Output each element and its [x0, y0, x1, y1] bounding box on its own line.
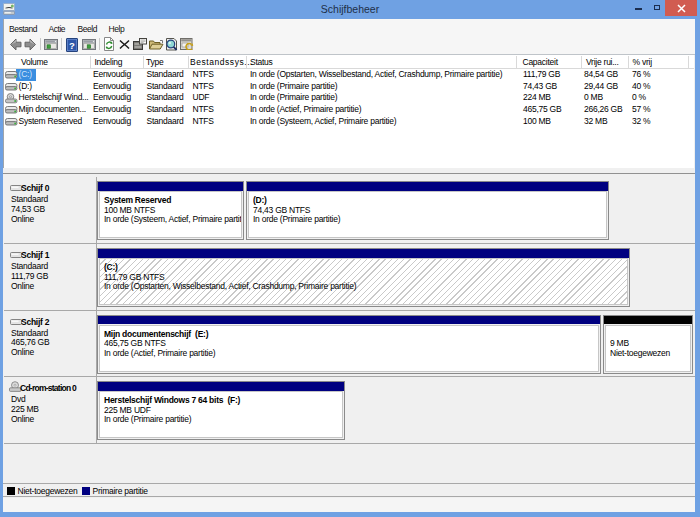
svg-text:?: ? — [69, 39, 75, 50]
